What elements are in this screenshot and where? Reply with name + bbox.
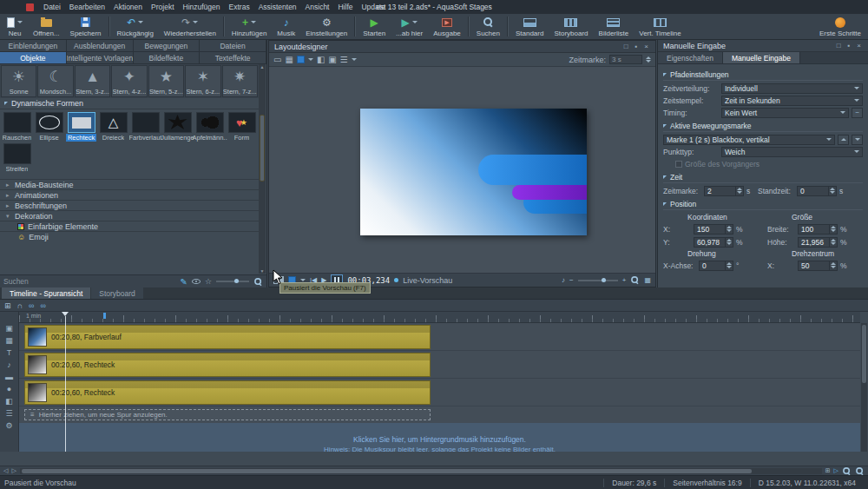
- add-track-icon[interactable]: ⊞: [4, 301, 11, 310]
- chevron-down-icon[interactable]: [300, 279, 306, 281]
- previous-marke-button[interactable]: [838, 135, 849, 145]
- zoom-out-icon[interactable]: [843, 467, 851, 475]
- spin-up-icon[interactable]: [646, 56, 651, 59]
- playhead[interactable]: [65, 316, 66, 452]
- shape-item-apfelmaennchen[interactable]: Apfelmänn...: [194, 112, 225, 142]
- image-icon[interactable]: ▦: [5, 336, 13, 345]
- shape-item-rechteck[interactable]: Rechteck: [66, 112, 96, 142]
- toolbox-scrollbar[interactable]: ▲ ▼: [259, 64, 266, 274]
- grid-icon[interactable]: ▦: [285, 55, 293, 64]
- transparency-icon[interactable]: ◧: [317, 55, 325, 64]
- layers-icon[interactable]: ◧: [5, 397, 13, 406]
- spin-down-icon[interactable]: [646, 60, 651, 63]
- zoom-icon[interactable]: [254, 278, 262, 286]
- tree-item-dekoration[interactable]: ▾Dekoration: [0, 210, 259, 221]
- play-range-icon[interactable]: ▷: [834, 467, 838, 474]
- punkttyp-dropdown[interactable]: Weich: [721, 147, 863, 157]
- horizontal-scrollbar[interactable]: [20, 468, 822, 474]
- object-item-stern7[interactable]: ✷Stern, 7-z...: [222, 65, 258, 97]
- hoehe-spinner[interactable]: 21,956: [798, 237, 838, 248]
- shape-item-ellipse[interactable]: Ellipse: [34, 112, 64, 142]
- chevron-down-icon[interactable]: [352, 58, 357, 61]
- zeitmarke-field[interactable]: 3 s: [609, 55, 642, 64]
- music-track[interactable]: Klicken Sie hier, um Hintergrundmusik hi…: [19, 423, 860, 452]
- float-window-icon[interactable]: □: [622, 43, 630, 50]
- section-pfadeinstellungen[interactable]: Pfadeinstellungen: [663, 69, 863, 81]
- tab-bewegungen[interactable]: Bewegungen: [134, 40, 201, 51]
- pin-icon[interactable]: ▪: [845, 42, 852, 50]
- purple-capsule-shape[interactable]: [512, 185, 587, 201]
- shape-item-form[interactable]: ♥★Form: [227, 112, 257, 142]
- section-position[interactable]: Position: [663, 199, 863, 210]
- link-icon[interactable]: ∞: [29, 301, 34, 310]
- background-color-swatch[interactable]: [297, 56, 305, 63]
- drehzentrum-x-spinner[interactable]: 50: [798, 261, 838, 271]
- tree-item-einfarbige-elemente[interactable]: Einfarbige Elemente: [0, 221, 259, 231]
- align-menu-icon[interactable]: ☰: [340, 55, 348, 64]
- menu-item-aktionen[interactable]: Aktionen: [109, 3, 147, 11]
- scrollbar-thumb[interactable]: [862, 325, 866, 383]
- menu-item-hinzufuegen[interactable]: Hinzufügen: [179, 3, 225, 11]
- select-tool-icon[interactable]: ▭: [273, 55, 281, 64]
- close-icon[interactable]: ×: [642, 43, 650, 50]
- chain-icon[interactable]: ∞: [40, 301, 45, 310]
- tab-bildeffekte[interactable]: Bildeffekte: [134, 52, 201, 63]
- section-dynamische-formen[interactable]: Dynamische Formen: [0, 98, 259, 109]
- zoom-in-icon[interactable]: +: [622, 276, 627, 284]
- scrollbar-thumb[interactable]: [260, 115, 265, 182]
- pen-icon[interactable]: ✎: [181, 277, 187, 287]
- redo-button[interactable]: ↷Wiederherstellen: [159, 14, 221, 39]
- first-steps-button[interactable]: Erste Schritte: [814, 14, 866, 39]
- tab-einblendungen[interactable]: Einblendungen: [0, 40, 67, 51]
- start-button[interactable]: ▶Starten: [358, 14, 391, 39]
- video-icon[interactable]: ▬: [5, 373, 13, 381]
- start-from-here-button[interactable]: ▶...ab hier: [391, 14, 428, 39]
- menu-item-assistenten[interactable]: Assistenten: [254, 3, 301, 11]
- search-input[interactable]: [3, 277, 176, 286]
- object-item-sonne[interactable]: ☀Sonne: [1, 65, 36, 97]
- close-icon[interactable]: ×: [855, 42, 863, 50]
- list-icon[interactable]: ☰: [5, 409, 12, 418]
- scrollbar-thumb[interactable]: [22, 469, 752, 473]
- tree-item-animationen[interactable]: ▸Animationen: [0, 189, 259, 200]
- menu-item-bearbeiten[interactable]: Bearbeiten: [65, 3, 109, 11]
- text-tool-icon[interactable]: T: [7, 348, 12, 357]
- zoom-in-icon[interactable]: [856, 467, 864, 475]
- view-vert-timeline-button[interactable]: Vert. Timeline: [634, 14, 686, 39]
- open-button[interactable]: Öffnen...: [28, 14, 65, 39]
- timeline-vertical-scrollbar[interactable]: [861, 323, 867, 452]
- tree-item-beschriftungen[interactable]: ▸Beschriftungen: [0, 200, 259, 210]
- blue-capsule-shape[interactable]: [478, 155, 587, 185]
- section-aktive-bewegungsmarke[interactable]: Aktive Bewegungsmarke: [663, 121, 863, 132]
- groesse-vorgaenger-checkbox[interactable]: [675, 161, 682, 168]
- scroll-up-icon[interactable]: ▲: [259, 64, 266, 69]
- new-button[interactable]: Neu: [2, 14, 28, 39]
- view-options-icon[interactable]: ▦: [644, 276, 651, 284]
- x-spinner[interactable]: 150: [694, 224, 733, 235]
- pin-icon[interactable]: ▪: [633, 43, 639, 50]
- add-button[interactable]: +Hinzufügen: [227, 14, 272, 39]
- zoom-out-icon[interactable]: −: [569, 276, 574, 284]
- eye-icon[interactable]: [192, 279, 201, 284]
- tab-timeline-spuransicht[interactable]: Timeline - Spuransicht: [2, 287, 90, 299]
- output-button[interactable]: ▶Ausgabe: [428, 14, 466, 39]
- y-spinner[interactable]: 60,978: [694, 237, 733, 248]
- standzeit-spinner[interactable]: 0: [797, 186, 837, 196]
- view-bilderliste-button[interactable]: Bilderliste: [594, 14, 635, 39]
- shape-item-rauschen[interactable]: Rauschen: [2, 112, 32, 142]
- record-icon[interactable]: ●: [7, 385, 11, 393]
- object-item-stern3[interactable]: ▲Stern, 3-z...: [75, 65, 110, 97]
- shape-item-dreieck[interactable]: △Dreieck: [98, 112, 128, 142]
- zeitmarke-spinner[interactable]: 2: [704, 186, 744, 196]
- zeitstempel-dropdown[interactable]: Zeit in Sekunden: [721, 96, 863, 106]
- tab-manuelle-eingabe[interactable]: Manuelle Eingabe: [723, 52, 800, 63]
- section-zeit[interactable]: Zeit: [663, 172, 863, 183]
- volume-icon[interactable]: ♪: [562, 276, 565, 284]
- timing-curve-button[interactable]: ~: [852, 108, 863, 118]
- breite-spinner[interactable]: 100: [798, 224, 838, 235]
- timeline-ruler[interactable]: 1 min: [19, 312, 860, 323]
- tab-texteffekte[interactable]: Texteffekte: [200, 52, 266, 63]
- tab-dateien[interactable]: Dateien: [200, 40, 266, 51]
- zoom-slider[interactable]: [578, 280, 618, 281]
- object-item-mondschein[interactable]: ☾Mondsch...: [37, 65, 73, 97]
